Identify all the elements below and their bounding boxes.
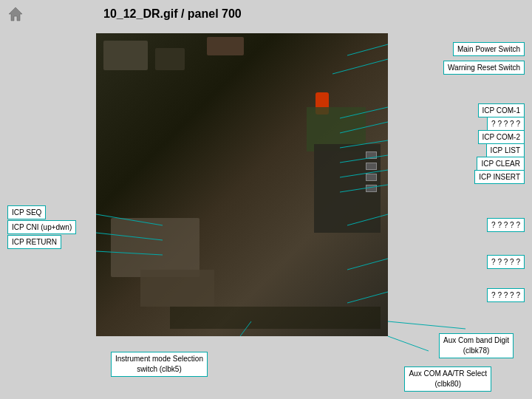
aux-com-band-label: Aux Com band Digit (clbk78) xyxy=(439,333,514,358)
warning-reset-switch-label: Warning Reset Switch xyxy=(443,61,525,75)
icp-return-label: ICP RETURN xyxy=(7,235,61,249)
question1-label: ? ? ? ? ? xyxy=(487,117,525,131)
page-title: 10_12_DR.gif / panel 700 xyxy=(103,7,242,21)
icp-com1-label: ICP COM-1 xyxy=(478,103,525,117)
question2-label: ? ? ? ? ? xyxy=(487,218,525,232)
icp-list-label: ICP LIST xyxy=(486,143,525,157)
home-icon[interactable] xyxy=(7,6,24,22)
main-image xyxy=(96,33,388,336)
question3-label: ? ? ? ? ? xyxy=(487,255,525,269)
svg-line-16 xyxy=(388,321,466,329)
aux-com-select-label: Aux COM AA/TR Select (clbk80) xyxy=(404,366,491,392)
icp-seq-label: ICP SEQ xyxy=(7,205,46,219)
icp-cni-label: ICP CNI (up+dwn) xyxy=(7,220,76,234)
svg-marker-0 xyxy=(9,7,22,21)
instrument-mode-label: Instrument mode Selection switch (clbk5) xyxy=(111,352,208,377)
icp-insert-label: ICP INSERT xyxy=(474,170,525,184)
svg-line-17 xyxy=(388,336,429,351)
icp-com2-label: ICP COM-2 xyxy=(478,130,525,144)
question4-label: ? ? ? ? ? xyxy=(487,288,525,302)
icp-clear-label: ICP CLEAR xyxy=(477,157,525,171)
main-power-switch-label: Main Power Switch xyxy=(453,42,525,56)
